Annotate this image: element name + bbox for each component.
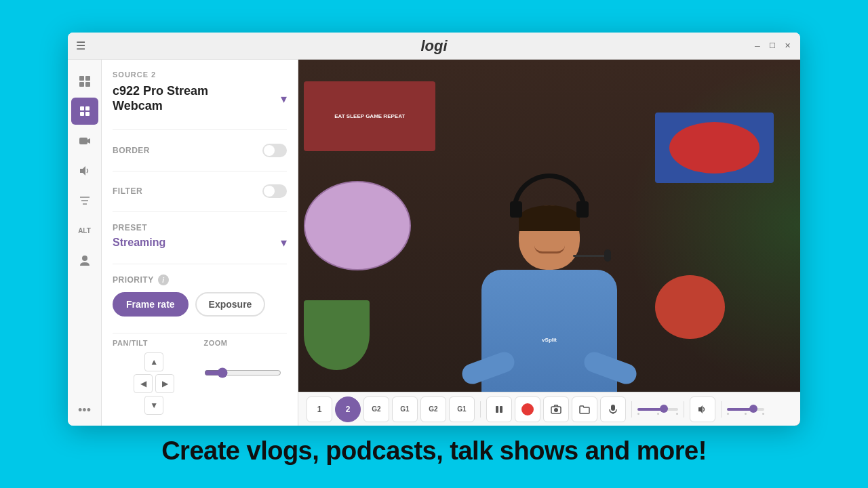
snapshot-button[interactable] [543, 396, 569, 422]
source-label: SOURCE 2 [113, 70, 287, 79]
svg-rect-15 [496, 406, 498, 413]
person-head [519, 205, 580, 270]
speaker-button[interactable] [690, 396, 715, 422]
pan-tilt-section: PAN/TILT ▲ ◀ ▶ ▼ [113, 339, 196, 415]
sidebar-item-audio[interactable] [71, 157, 98, 184]
source-dropdown[interactable]: c922 Pro StreamWebcam ▾ [113, 84, 287, 113]
pan-left-button[interactable]: ◀ [134, 374, 153, 393]
mic-volume-slider[interactable] [637, 408, 678, 411]
divider-1 [113, 129, 287, 130]
mic-button[interactable] [600, 396, 626, 422]
svg-rect-4 [80, 106, 84, 110]
border-setting: BORDER [113, 144, 287, 157]
zoom-section: ZOOM [204, 339, 288, 381]
priority-buttons: Frame rate Exposure [113, 292, 287, 317]
sidebar-item-alt[interactable]: ALT [71, 217, 98, 244]
pan-right-button[interactable]: ▶ [155, 374, 174, 393]
menu-icon[interactable]: ☰ [76, 39, 85, 52]
source-g1-button[interactable]: G1 [392, 396, 418, 422]
audio-volume-handle [749, 405, 757, 413]
folder-button[interactable] [572, 396, 597, 422]
source-2-button[interactable]: 2 [335, 396, 361, 422]
preset-value: Streaming [113, 237, 165, 249]
svg-rect-8 [79, 138, 87, 144]
divider-2 [113, 171, 287, 171]
exposure-button[interactable]: Exposure [195, 292, 266, 317]
shelf-item-1: EAT SLEEP GAME REPEAT [304, 81, 435, 151]
sep-4 [721, 401, 722, 418]
source-g2b-button[interactable]: G2 [420, 396, 446, 422]
pause-button[interactable] [486, 396, 512, 422]
priority-label-row: PRIORITY i [113, 274, 287, 285]
svg-marker-10 [80, 166, 85, 176]
pan-up-button[interactable]: ▲ [144, 352, 163, 371]
person-body: vSplit [481, 270, 617, 392]
headphones [512, 174, 587, 211]
person: vSplit [481, 174, 617, 392]
zoom-slider[interactable] [204, 367, 282, 378]
sep-3 [684, 401, 684, 418]
svg-point-18 [554, 408, 558, 412]
svg-rect-19 [611, 405, 615, 411]
sidebar-item-video[interactable] [71, 127, 98, 155]
filter-toggle[interactable] [262, 184, 287, 198]
video-area: EAT SLEEP GAME REPEAT [298, 60, 800, 426]
app-logo: logi [420, 37, 447, 55]
left-panel: SOURCE 2 c922 Pro StreamWebcam ▾ BORDER … [102, 60, 298, 426]
svg-rect-3 [85, 82, 90, 87]
audio-volume-control [727, 408, 764, 411]
priority-section: PRIORITY i Frame rate Exposure [113, 274, 287, 327]
source-name: c922 Pro StreamWebcam [113, 84, 208, 113]
record-button[interactable] [515, 396, 540, 422]
divider-5 [113, 333, 287, 333]
pan-zoom-section: PAN/TILT ▲ ◀ ▶ ▼ ZOOM [113, 339, 287, 415]
sep-2 [631, 401, 632, 418]
priority-info-icon[interactable]: i [158, 274, 169, 285]
divider-4 [113, 264, 287, 264]
svg-rect-5 [85, 106, 90, 110]
source-g2-button[interactable]: G2 [363, 396, 389, 422]
pan-tilt-controls: ▲ ◀ ▶ ▼ [113, 352, 196, 415]
app-window: ☰ logi ─ ☐ ✕ A [68, 33, 800, 426]
filter-setting: FILTER [113, 184, 287, 198]
shelf-item-4 [655, 275, 725, 339]
priority-label: PRIORITY [113, 275, 154, 285]
minimize-button[interactable]: ─ [753, 41, 762, 51]
preset-chevron-icon: ▾ [281, 235, 287, 250]
source-1-button[interactable]: 1 [307, 396, 332, 422]
mic-volume-handle [660, 405, 668, 413]
pan-down-button[interactable]: ▼ [144, 396, 163, 415]
scene: EAT SLEEP GAME REPEAT [298, 60, 800, 392]
source-g1b-button[interactable]: G1 [449, 396, 475, 422]
border-label: BORDER [113, 146, 150, 155]
svg-rect-0 [79, 76, 84, 81]
sidebar: ALT ••• [68, 60, 102, 426]
window-controls: ─ ☐ ✕ [753, 41, 792, 51]
titlebar: ☰ logi ─ ☐ ✕ [68, 33, 800, 60]
close-button[interactable]: ✕ [783, 41, 792, 51]
sep-1 [480, 401, 481, 418]
frame-rate-button[interactable]: Frame rate [113, 292, 189, 317]
border-toggle[interactable] [262, 144, 287, 157]
preset-label: PRESET [113, 223, 287, 232]
filter-label: FILTER [113, 186, 142, 196]
maximize-button[interactable]: ☐ [768, 41, 777, 51]
svg-rect-16 [500, 406, 502, 413]
more-options-button[interactable]: ••• [78, 403, 91, 418]
left-shelf: EAT SLEEP GAME REPEAT [298, 60, 474, 392]
audio-volume-slider[interactable] [727, 408, 764, 411]
pan-tilt-row: ◀ ▶ [134, 374, 174, 393]
shelf-item-2 [304, 181, 411, 270]
svg-marker-9 [87, 138, 90, 144]
sidebar-item-source1[interactable] [71, 68, 98, 95]
svg-rect-2 [79, 82, 84, 87]
zoom-label: ZOOM [204, 339, 288, 347]
record-dot [521, 403, 534, 415]
divider-3 [113, 211, 287, 212]
sidebar-item-source2[interactable] [71, 98, 98, 125]
preset-dropdown[interactable]: Streaming ▾ [113, 232, 287, 253]
sidebar-item-user[interactable] [71, 247, 98, 274]
shelf-decoration [669, 122, 760, 174]
main-content: ALT ••• SOURCE 2 c922 Pro StreamWebcam ▾… [68, 60, 800, 426]
sidebar-item-filter[interactable] [71, 187, 98, 214]
